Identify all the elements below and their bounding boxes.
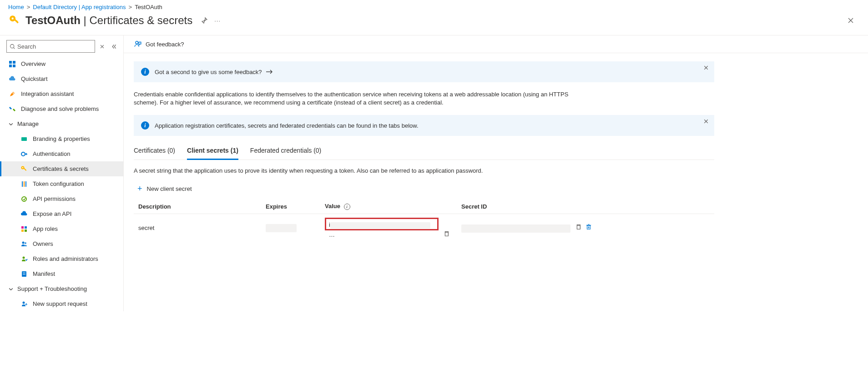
dismiss-banner-button[interactable] — [703, 65, 709, 70]
sidebar-group-manage[interactable]: Manage — [0, 116, 123, 131]
sidebar-item-owners[interactable]: Owners — [0, 236, 123, 251]
sidebar-item-label: Authentication — [33, 150, 70, 157]
svg-point-30 — [23, 256, 25, 259]
more-button[interactable]: ··· — [214, 17, 221, 24]
plus-icon: + — [137, 184, 142, 194]
sidebar-item-label: Integration assistant — [21, 90, 74, 97]
table-row: secret i… — [134, 214, 714, 242]
toolbar: Got feedback? — [124, 35, 868, 53]
chevron-down-icon — [8, 121, 15, 127]
cell-description: secret — [134, 214, 261, 242]
sidebar-item-manifest[interactable]: Manifest — [0, 266, 123, 281]
cell-expires — [261, 214, 320, 242]
sidebar-item-label: Overview — [21, 60, 45, 67]
sidebar-group-support[interactable]: Support + Troubleshooting — [0, 281, 123, 296]
svg-rect-45 — [587, 225, 590, 229]
sidebar-item-app-roles[interactable]: App roles — [0, 221, 123, 236]
pin-button[interactable] — [201, 17, 208, 24]
sidebar-item-roles-admins[interactable]: Roles and administrators — [0, 251, 123, 266]
search-placeholder: Search — [17, 43, 36, 50]
svg-rect-33 — [23, 274, 25, 274]
copy-value-button[interactable] — [443, 230, 449, 237]
sidebar-item-diagnose[interactable]: Diagnose and solve problems — [0, 101, 123, 116]
sidebar-item-branding[interactable]: Branding & properties — [0, 131, 123, 146]
chevron-right-icon: > — [27, 4, 30, 10]
collapse-sidebar-button[interactable] — [109, 44, 119, 50]
cloud-icon — [8, 75, 16, 83]
sidebar: Search Overview Quickstart Integration a… — [0, 35, 124, 311]
sidebar-item-expose-api[interactable]: Expose an API — [0, 206, 123, 221]
new-client-secret-button[interactable]: + New client secret — [134, 179, 714, 199]
sidebar-item-quickstart[interactable]: Quickstart — [0, 71, 123, 86]
arrow-right-icon[interactable] — [266, 69, 273, 75]
tabs: Certificates (0) Client secrets (1) Fede… — [134, 142, 714, 160]
sidebar-item-api-permissions[interactable]: API permissions — [0, 191, 123, 206]
svg-rect-36 — [26, 303, 27, 305]
sidebar-item-token-config[interactable]: Token configuration — [0, 176, 123, 191]
svg-point-23 — [22, 197, 26, 201]
search-input[interactable]: Search — [6, 40, 95, 53]
cell-value: i… — [320, 214, 457, 242]
search-icon — [10, 44, 15, 50]
tab-client-secrets[interactable]: Client secrets (1) — [187, 147, 238, 160]
dismiss-banner-button[interactable] — [703, 119, 709, 124]
svg-line-7 — [14, 47, 15, 48]
sidebar-item-label: Expose an API — [33, 210, 71, 217]
svg-point-37 — [136, 41, 138, 44]
svg-point-16 — [21, 152, 25, 156]
svg-rect-44 — [577, 225, 580, 229]
tab-federated-credentials[interactable]: Federated credentials (0) — [250, 147, 321, 160]
feedback-banner: i Got a second to give us some feedback? — [134, 61, 714, 82]
clear-search-button[interactable] — [98, 44, 106, 49]
svg-rect-19 — [24, 168, 26, 170]
breadcrumb-current: TestOAuth — [135, 4, 162, 10]
svg-rect-11 — [13, 61, 15, 64]
tag-icon — [20, 135, 28, 143]
overview-icon — [8, 60, 16, 68]
sidebar-item-label: Certificates & secrets — [33, 165, 89, 172]
svg-rect-43 — [445, 233, 448, 236]
copy-id-button[interactable] — [575, 224, 581, 230]
sidebar-item-overview[interactable]: Overview — [0, 56, 123, 71]
cell-secret-id — [457, 214, 714, 242]
col-secret-id: Secret ID — [457, 199, 714, 214]
page-title: TestOAuth | Certificates & secrets — [25, 14, 192, 27]
banner-text: Got a second to give us some feedback? — [155, 69, 262, 75]
page-description: Credentials enable confidential applicat… — [134, 89, 584, 115]
svg-rect-24 — [21, 226, 24, 229]
svg-point-14 — [13, 92, 14, 93]
sidebar-item-certificates-secrets[interactable]: Certificates & secrets — [0, 161, 123, 176]
close-button[interactable] — [847, 17, 854, 24]
svg-rect-26 — [21, 229, 24, 232]
tab-certificates[interactable]: Certificates (0) — [134, 147, 175, 160]
info-icon: i — [141, 121, 149, 130]
sidebar-group-label: Manage — [17, 120, 39, 127]
manifest-icon — [20, 270, 28, 278]
support-icon — [20, 300, 28, 308]
info-icon[interactable]: i — [344, 204, 350, 210]
feedback-icon — [134, 40, 142, 48]
sidebar-item-new-support[interactable]: New support request — [0, 296, 123, 311]
svg-point-18 — [22, 167, 23, 168]
svg-rect-12 — [9, 65, 12, 67]
sidebar-item-integration[interactable]: Integration assistant — [0, 86, 123, 101]
svg-rect-10 — [9, 61, 12, 64]
sidebar-item-label: Owners — [33, 240, 53, 247]
tab-description: A secret string that the application use… — [134, 160, 714, 179]
chevron-right-icon: > — [129, 4, 132, 10]
got-feedback-button[interactable]: Got feedback? — [146, 41, 184, 48]
sidebar-item-label: Quickstart — [21, 75, 48, 82]
banner-text: Application registration certificates, s… — [155, 122, 419, 129]
breadcrumb: Home > Default Directory | App registrat… — [0, 0, 868, 12]
col-description: Description — [134, 199, 261, 214]
sidebar-item-label: API permissions — [33, 195, 76, 202]
admin-icon — [20, 255, 28, 263]
svg-rect-13 — [13, 65, 15, 67]
delete-secret-button[interactable] — [585, 224, 592, 230]
sidebar-item-label: Manifest — [33, 270, 55, 277]
breadcrumb-home[interactable]: Home — [8, 4, 24, 10]
svg-rect-32 — [23, 273, 25, 273]
sidebar-item-authentication[interactable]: Authentication — [0, 146, 123, 161]
col-value: Value i — [320, 199, 457, 214]
breadcrumb-directory[interactable]: Default Directory | App registrations — [33, 4, 126, 10]
